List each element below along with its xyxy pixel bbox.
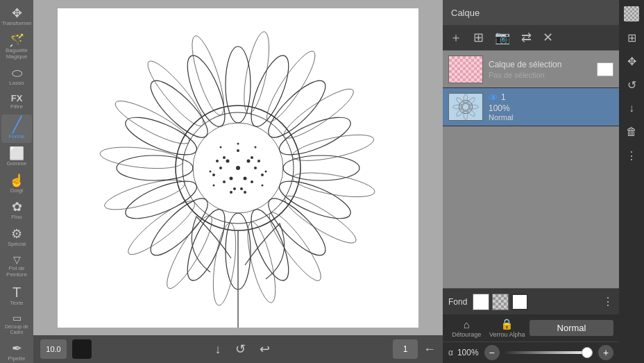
color-preview-swatch[interactable]: [72, 339, 92, 359]
selection-thumb-pattern: [449, 56, 482, 83]
svg-point-8: [230, 176, 233, 180]
opacity-row: α 100% − +: [443, 342, 619, 363]
svg-point-22: [244, 191, 246, 194]
frame-icon: ▭: [12, 313, 22, 323]
tool-text-label: Texte: [10, 301, 23, 307]
panel-title: Calque: [451, 8, 480, 18]
layer-item-selection[interactable]: Calque de sélection Pas de sélection: [443, 51, 619, 88]
tool-special[interactable]: ⚙ Spécial: [1, 225, 32, 251]
detourage-control[interactable]: ⌂ Détourage: [448, 319, 485, 338]
svg-point-5: [247, 159, 251, 162]
page-number-value: 1: [403, 344, 408, 354]
alpha-decrease-btn[interactable]: −: [484, 345, 500, 360]
bottom-down-icon[interactable]: ↓: [215, 342, 221, 357]
svg-point-27: [210, 170, 212, 172]
special-icon: ⚙: [11, 228, 22, 240]
tool-eraser[interactable]: ⬜ Gomme: [1, 144, 32, 170]
svg-point-11: [251, 156, 253, 159]
alpha-slider-thumb[interactable]: [582, 347, 593, 358]
fond-row: Fond ⋮: [443, 288, 619, 314]
svg-point-18: [212, 174, 215, 176]
fond-outline-thumb[interactable]: [511, 294, 528, 310]
more-options-icon[interactable]: ⋮: [622, 146, 641, 165]
svg-point-29: [255, 146, 257, 148]
tool-eyedropper[interactable]: ✒ Pipette: [1, 339, 32, 363]
svg-point-21: [237, 149, 239, 152]
tool-paintbucket[interactable]: ▽ Pot de Peinture: [1, 252, 32, 281]
trash-icon[interactable]: 🗑: [622, 122, 641, 142]
bottom-left-controls: 10.0: [40, 339, 92, 359]
transform-icon: ✥: [12, 7, 22, 19]
canvas-background[interactable]: [33, 0, 443, 335]
brush-size-display[interactable]: 10.0: [40, 339, 67, 359]
layer-visibility-eye[interactable]: 👁: [489, 92, 498, 103]
undo-icon[interactable]: ↺: [622, 75, 641, 94]
tool-filter-label: Filtre: [10, 104, 23, 110]
verrou-label: Verrou Alpha: [489, 331, 525, 338]
layer-item-1[interactable]: 👁 1 100% Normal: [443, 88, 619, 126]
svg-point-25: [213, 184, 215, 186]
svg-point-26: [265, 170, 267, 172]
layers-list: Calque de sélection Pas de sélection: [443, 51, 619, 288]
drawing-canvas[interactable]: [58, 8, 418, 328]
finger-icon: ☝: [9, 174, 24, 187]
fond-checker-thumb[interactable]: [492, 294, 509, 310]
tool-transform[interactable]: ✥ Transformer: [1, 4, 32, 30]
tool-finger[interactable]: ☝ Doigt: [1, 171, 32, 197]
fond-label: Fond: [448, 297, 467, 307]
tool-magic-wand-label: Baguette Magique: [3, 48, 31, 60]
tool-lasso[interactable]: ⬭ Lasso: [1, 64, 32, 90]
add-layer-btn[interactable]: ＋: [447, 28, 465, 47]
move-all-icon[interactable]: ✥: [622, 51, 641, 71]
svg-point-7: [244, 176, 247, 180]
bottom-right-controls: 1 ←: [393, 339, 436, 359]
verrou-alpha-control[interactable]: 🔒 Verrou Alpha: [489, 318, 526, 338]
layer-thumb-1: [448, 93, 483, 121]
checker-icon: [624, 6, 639, 22]
tool-frame-label: Découp de Cadre: [3, 324, 31, 335]
tool-magic-wand[interactable]: 🪄 Baguette Magique: [1, 31, 32, 63]
duplicate-layer-btn[interactable]: ⊞: [471, 28, 486, 47]
right-icon-column: ⊞ ✥ ↺ ↓ 🗑 ⋮: [619, 0, 644, 363]
tool-blur[interactable]: ✿ Flou: [1, 198, 32, 223]
tool-shape[interactable]: ╱ Forme: [1, 115, 32, 143]
alpha-label: α: [448, 348, 453, 357]
svg-point-24: [262, 184, 264, 186]
layer-thumb-selection: [448, 56, 483, 83]
fond-white-thumb[interactable]: [473, 294, 489, 310]
svg-point-23: [230, 191, 232, 194]
bottom-redo-icon[interactable]: ↩: [260, 341, 270, 357]
layers-grid-icon[interactable]: ⊞: [622, 28, 641, 47]
svg-point-17: [261, 174, 264, 176]
tool-frame[interactable]: ▭ Découp de Cadre: [1, 310, 32, 337]
brush-size-value: 10.0: [46, 345, 60, 353]
layer-name-selection: Calque de sélection: [489, 60, 591, 69]
alpha-slider[interactable]: [505, 351, 593, 354]
svg-point-28: [237, 142, 239, 144]
right-panel-wrapper: Calque ＋ ⊞ 📷 ⇄ ✕ Calque de sélection Pas…: [443, 0, 644, 363]
left-toolbar: ✥ Transformer 🪄 Baguette Magique ⬭ Lasso…: [0, 0, 33, 363]
tool-text[interactable]: T Texte: [1, 282, 32, 310]
back-arrow-icon[interactable]: ←: [423, 342, 436, 357]
main-canvas-area: 10.0 ↓ ↺ ↩ 1 ←: [33, 0, 443, 363]
checker-pattern-icon[interactable]: [622, 4, 641, 24]
camera-layer-btn[interactable]: 📷: [492, 28, 513, 47]
panel-bottom-controls: ⌂ Détourage 🔒 Verrou Alpha Normal α 100%…: [443, 314, 619, 363]
layer-name-1: 1: [501, 92, 506, 102]
delete-layer-btn[interactable]: ✕: [540, 28, 556, 47]
tool-filter[interactable]: FX Filtre: [1, 91, 32, 113]
swap-layer-btn[interactable]: ⇄: [518, 28, 534, 47]
blend-mode-display[interactable]: Normal: [529, 320, 613, 336]
page-number[interactable]: 1: [393, 339, 418, 359]
blend-mode-value: Normal: [557, 323, 586, 333]
blur-icon: ✿: [12, 201, 22, 213]
layers-panel: Calque ＋ ⊞ 📷 ⇄ ✕ Calque de sélection Pas…: [443, 0, 619, 363]
alpha-increase-btn[interactable]: +: [598, 345, 613, 360]
svg-point-14: [233, 187, 236, 190]
bottom-undo-icon[interactable]: ↺: [235, 341, 246, 357]
svg-point-13: [240, 187, 243, 190]
download-icon[interactable]: ↓: [622, 99, 641, 118]
text-icon: T: [12, 285, 21, 299]
fond-menu-btn[interactable]: ⋮: [602, 295, 613, 308]
tool-lasso-label: Lasso: [9, 81, 24, 87]
